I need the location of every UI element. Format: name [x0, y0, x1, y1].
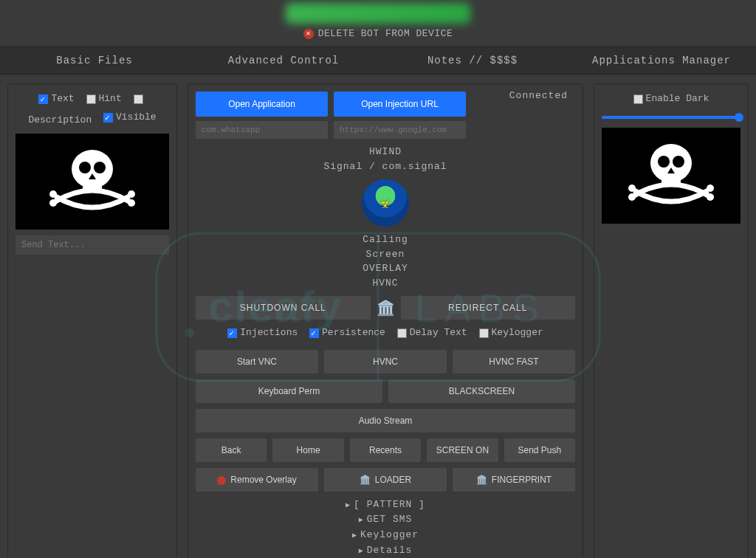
skull-icon [616, 135, 726, 216]
checkbox-hint[interactable]: Hint [86, 92, 122, 107]
checkbox-text[interactable]: Text [38, 92, 74, 107]
nav-bar: Basic Files Advanced Control Notes // $$… [0, 46, 756, 75]
remove-overlay-button[interactable]: Remove Overlay [196, 468, 318, 492]
checkbox-icon [38, 94, 48, 104]
biohazard-icon: ☣ [379, 189, 392, 218]
calling-label: Calling [196, 232, 575, 247]
svg-point-14 [628, 185, 636, 192]
red-dot-icon [217, 476, 226, 485]
checkbox-icon [397, 328, 407, 338]
signal-label: Signal / com.signal [196, 159, 575, 174]
bank-icon: 🏛️ [476, 475, 487, 485]
list-item-get-sms[interactable]: ▶GET SMS [196, 512, 575, 528]
redirect-call-button[interactable]: REDIRECT CALL [401, 296, 576, 320]
list-item-keylogger[interactable]: ▶Keylogger [196, 528, 575, 543]
triangle-icon: ▶ [359, 516, 364, 524]
checkbox-icon [134, 94, 143, 104]
nav-notes[interactable]: Notes // $$$$ [378, 47, 567, 74]
checkbox-icon [227, 328, 237, 338]
close-icon: ✕ [303, 29, 314, 39]
nav-advanced-control[interactable]: Advanced Control [189, 47, 378, 74]
delete-bot-bar[interactable]: ✕DELETE BOT FROM DEVICE [0, 24, 756, 46]
center-checkboxes: Injections Persistence Delay Text Keylog… [196, 326, 575, 344]
screen-on-button[interactable]: SCREEN ON [427, 438, 498, 462]
list-item-pattern[interactable]: ▶[ PATTERN ] [196, 497, 575, 513]
list-item-details[interactable]: ▶Details [196, 543, 575, 558]
slider-thumb[interactable] [735, 113, 743, 122]
send-push-button[interactable]: Send Push [504, 438, 575, 462]
loader-button[interactable]: 🏛️LOADER [324, 468, 447, 492]
svg-point-7 [128, 190, 135, 198]
delete-bot-label: DELETE BOT FROM DEVICE [318, 28, 453, 39]
open-injection-url-button[interactable]: Open Injection URL [334, 92, 466, 117]
center-panel: Connected Open Application Open Injectio… [188, 83, 583, 558]
triangle-icon: ▶ [346, 501, 351, 509]
dark-slider[interactable] [602, 116, 740, 119]
blurred-header [286, 3, 470, 24]
bank-icon: 🏛️ [377, 299, 395, 317]
checkbox-icon [309, 328, 319, 338]
svg-point-12 [673, 156, 684, 168]
checkbox-icon [479, 328, 489, 338]
connected-status: Connected [509, 90, 568, 101]
screen-label: Screen [196, 247, 575, 262]
checkbox-empty[interactable] [134, 94, 146, 104]
svg-point-3 [94, 162, 106, 173]
checkbox-delay-text[interactable]: Delay Text [397, 326, 467, 341]
app-package-input[interactable] [196, 121, 328, 139]
blackscreen-button[interactable]: BLACKSCREEN [388, 379, 575, 403]
audio-stream-button[interactable]: Audio Stream [196, 409, 575, 433]
checkbox-persistence[interactable]: Persistence [309, 326, 385, 341]
fingerprint-button[interactable]: 🏛️FINGERPRINT [453, 468, 575, 492]
start-vnc-button[interactable]: Start VNC [196, 350, 318, 373]
hvnc-button[interactable]: HVNC [324, 350, 447, 373]
skull-icon [44, 141, 140, 222]
nav-apps-manager[interactable]: Applications Manager [567, 47, 756, 74]
left-checkboxes: Text Hint Description Visible [16, 92, 169, 128]
checkbox-keylogger[interactable]: Keylogger [479, 326, 543, 341]
svg-point-8 [128, 199, 135, 207]
back-button[interactable]: Back [196, 438, 267, 462]
recents-button[interactable]: Recents [350, 438, 421, 462]
hvnc-label: HVNC [196, 276, 575, 291]
home-button[interactable]: Home [272, 438, 343, 462]
svg-point-16 [707, 185, 714, 192]
keyboard-perm-button[interactable]: Keyboard Perm [196, 379, 382, 403]
hwind-label: HWIND [196, 145, 575, 159]
shutdown-call-button[interactable]: SHUTDOWN CALL [196, 296, 371, 320]
checkbox-description[interactable]: Description [28, 113, 92, 128]
left-panel: Text Hint Description Visible [7, 83, 177, 558]
checkbox-injections[interactable]: Injections [227, 326, 298, 341]
svg-point-15 [628, 193, 636, 201]
target-avatar: ☣ [362, 179, 409, 227]
send-text-input[interactable] [16, 235, 169, 255]
action-list: ▶[ PATTERN ] ▶GET SMS ▶Keylogger ▶Detail… [196, 497, 575, 558]
checkbox-enable-dark[interactable]: Enable Dark [633, 92, 709, 107]
triangle-icon: ▶ [359, 547, 364, 555]
checkbox-icon [633, 94, 643, 104]
svg-point-5 [49, 190, 57, 198]
right-panel: Enable Dark [594, 83, 749, 558]
svg-point-11 [658, 156, 670, 168]
nav-basic-files[interactable]: Basic Files [0, 47, 189, 74]
injection-url-input[interactable] [334, 121, 466, 139]
triangle-icon: ▶ [352, 531, 357, 540]
overlay-label: OVERLAY [196, 261, 575, 276]
checkbox-visible[interactable]: Visible [103, 110, 157, 125]
skull-image-left [16, 134, 169, 230]
bank-icon: 🏛️ [360, 475, 371, 485]
target-info: HWIND Signal / com.signal ☣ Calling Scre… [196, 145, 575, 290]
checkbox-icon [86, 94, 96, 104]
svg-point-2 [79, 162, 91, 173]
svg-point-17 [707, 193, 714, 201]
skull-image-right [602, 128, 740, 224]
hvnc-fast-button[interactable]: HVNC FAST [453, 350, 575, 373]
checkbox-icon [103, 113, 113, 123]
svg-point-6 [49, 199, 57, 207]
open-application-button[interactable]: Open Application [196, 92, 328, 117]
